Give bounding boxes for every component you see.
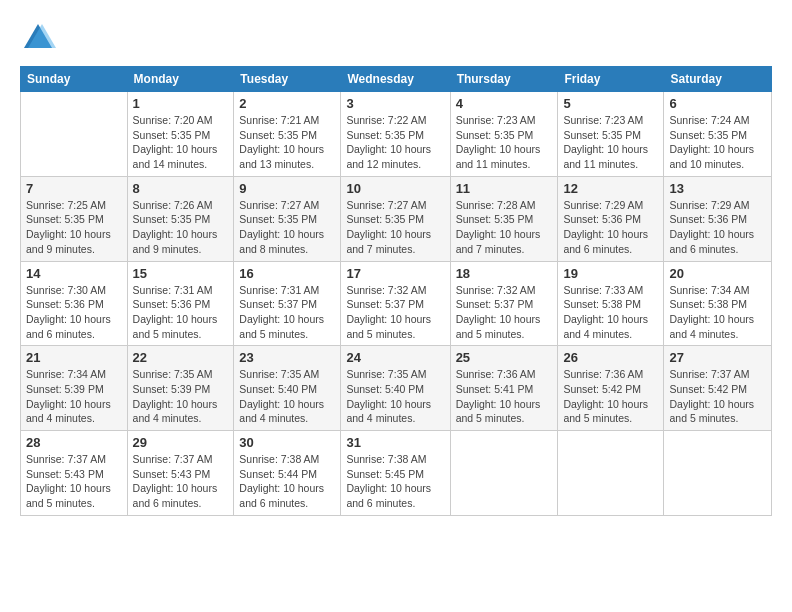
header-friday: Friday (558, 67, 664, 92)
day-info: Sunrise: 7:35 AMSunset: 5:39 PMDaylight:… (133, 367, 229, 426)
day-cell: 16Sunrise: 7:31 AMSunset: 5:37 PMDayligh… (234, 261, 341, 346)
day-info: Sunrise: 7:32 AMSunset: 5:37 PMDaylight:… (346, 283, 444, 342)
logo-icon (20, 20, 56, 56)
week-row-2: 7Sunrise: 7:25 AMSunset: 5:35 PMDaylight… (21, 176, 772, 261)
day-cell: 29Sunrise: 7:37 AMSunset: 5:43 PMDayligh… (127, 431, 234, 516)
day-number: 16 (239, 266, 335, 281)
day-cell: 31Sunrise: 7:38 AMSunset: 5:45 PMDayligh… (341, 431, 450, 516)
day-info: Sunrise: 7:27 AMSunset: 5:35 PMDaylight:… (239, 198, 335, 257)
day-info: Sunrise: 7:21 AMSunset: 5:35 PMDaylight:… (239, 113, 335, 172)
day-number: 11 (456, 181, 553, 196)
day-info: Sunrise: 7:29 AMSunset: 5:36 PMDaylight:… (563, 198, 658, 257)
day-info: Sunrise: 7:34 AMSunset: 5:38 PMDaylight:… (669, 283, 766, 342)
day-cell: 10Sunrise: 7:27 AMSunset: 5:35 PMDayligh… (341, 176, 450, 261)
day-info: Sunrise: 7:28 AMSunset: 5:35 PMDaylight:… (456, 198, 553, 257)
day-cell: 8Sunrise: 7:26 AMSunset: 5:35 PMDaylight… (127, 176, 234, 261)
day-cell: 24Sunrise: 7:35 AMSunset: 5:40 PMDayligh… (341, 346, 450, 431)
day-number: 3 (346, 96, 444, 111)
day-number: 14 (26, 266, 122, 281)
header-saturday: Saturday (664, 67, 772, 92)
page-header (20, 20, 772, 56)
day-cell: 14Sunrise: 7:30 AMSunset: 5:36 PMDayligh… (21, 261, 128, 346)
day-cell (664, 431, 772, 516)
day-cell: 5Sunrise: 7:23 AMSunset: 5:35 PMDaylight… (558, 92, 664, 177)
day-number: 15 (133, 266, 229, 281)
day-number: 29 (133, 435, 229, 450)
day-number: 28 (26, 435, 122, 450)
day-number: 25 (456, 350, 553, 365)
day-number: 12 (563, 181, 658, 196)
day-info: Sunrise: 7:29 AMSunset: 5:36 PMDaylight:… (669, 198, 766, 257)
calendar-table: SundayMondayTuesdayWednesdayThursdayFrid… (20, 66, 772, 516)
day-cell: 7Sunrise: 7:25 AMSunset: 5:35 PMDaylight… (21, 176, 128, 261)
day-info: Sunrise: 7:23 AMSunset: 5:35 PMDaylight:… (563, 113, 658, 172)
day-number: 5 (563, 96, 658, 111)
day-info: Sunrise: 7:30 AMSunset: 5:36 PMDaylight:… (26, 283, 122, 342)
day-cell (558, 431, 664, 516)
day-info: Sunrise: 7:31 AMSunset: 5:36 PMDaylight:… (133, 283, 229, 342)
day-info: Sunrise: 7:35 AMSunset: 5:40 PMDaylight:… (346, 367, 444, 426)
day-info: Sunrise: 7:24 AMSunset: 5:35 PMDaylight:… (669, 113, 766, 172)
day-cell: 15Sunrise: 7:31 AMSunset: 5:36 PMDayligh… (127, 261, 234, 346)
day-cell (21, 92, 128, 177)
day-cell: 20Sunrise: 7:34 AMSunset: 5:38 PMDayligh… (664, 261, 772, 346)
day-cell: 23Sunrise: 7:35 AMSunset: 5:40 PMDayligh… (234, 346, 341, 431)
day-info: Sunrise: 7:32 AMSunset: 5:37 PMDaylight:… (456, 283, 553, 342)
header-sunday: Sunday (21, 67, 128, 92)
header-monday: Monday (127, 67, 234, 92)
day-cell: 30Sunrise: 7:38 AMSunset: 5:44 PMDayligh… (234, 431, 341, 516)
day-info: Sunrise: 7:37 AMSunset: 5:43 PMDaylight:… (133, 452, 229, 511)
day-cell: 21Sunrise: 7:34 AMSunset: 5:39 PMDayligh… (21, 346, 128, 431)
logo (20, 20, 60, 56)
day-info: Sunrise: 7:25 AMSunset: 5:35 PMDaylight:… (26, 198, 122, 257)
day-number: 17 (346, 266, 444, 281)
day-number: 13 (669, 181, 766, 196)
day-number: 6 (669, 96, 766, 111)
day-number: 4 (456, 96, 553, 111)
day-info: Sunrise: 7:27 AMSunset: 5:35 PMDaylight:… (346, 198, 444, 257)
day-number: 23 (239, 350, 335, 365)
day-cell: 9Sunrise: 7:27 AMSunset: 5:35 PMDaylight… (234, 176, 341, 261)
day-cell: 19Sunrise: 7:33 AMSunset: 5:38 PMDayligh… (558, 261, 664, 346)
day-info: Sunrise: 7:20 AMSunset: 5:35 PMDaylight:… (133, 113, 229, 172)
day-info: Sunrise: 7:35 AMSunset: 5:40 PMDaylight:… (239, 367, 335, 426)
header-wednesday: Wednesday (341, 67, 450, 92)
day-number: 7 (26, 181, 122, 196)
day-number: 19 (563, 266, 658, 281)
day-cell: 2Sunrise: 7:21 AMSunset: 5:35 PMDaylight… (234, 92, 341, 177)
day-number: 18 (456, 266, 553, 281)
day-cell: 3Sunrise: 7:22 AMSunset: 5:35 PMDaylight… (341, 92, 450, 177)
day-number: 21 (26, 350, 122, 365)
day-cell: 1Sunrise: 7:20 AMSunset: 5:35 PMDaylight… (127, 92, 234, 177)
day-number: 1 (133, 96, 229, 111)
day-cell: 26Sunrise: 7:36 AMSunset: 5:42 PMDayligh… (558, 346, 664, 431)
day-info: Sunrise: 7:37 AMSunset: 5:43 PMDaylight:… (26, 452, 122, 511)
week-row-1: 1Sunrise: 7:20 AMSunset: 5:35 PMDaylight… (21, 92, 772, 177)
day-cell: 4Sunrise: 7:23 AMSunset: 5:35 PMDaylight… (450, 92, 558, 177)
day-info: Sunrise: 7:23 AMSunset: 5:35 PMDaylight:… (456, 113, 553, 172)
header-thursday: Thursday (450, 67, 558, 92)
day-info: Sunrise: 7:31 AMSunset: 5:37 PMDaylight:… (239, 283, 335, 342)
day-cell: 22Sunrise: 7:35 AMSunset: 5:39 PMDayligh… (127, 346, 234, 431)
day-number: 26 (563, 350, 658, 365)
day-number: 2 (239, 96, 335, 111)
day-info: Sunrise: 7:33 AMSunset: 5:38 PMDaylight:… (563, 283, 658, 342)
day-cell: 13Sunrise: 7:29 AMSunset: 5:36 PMDayligh… (664, 176, 772, 261)
day-info: Sunrise: 7:26 AMSunset: 5:35 PMDaylight:… (133, 198, 229, 257)
day-number: 30 (239, 435, 335, 450)
day-info: Sunrise: 7:36 AMSunset: 5:42 PMDaylight:… (563, 367, 658, 426)
week-row-5: 28Sunrise: 7:37 AMSunset: 5:43 PMDayligh… (21, 431, 772, 516)
day-number: 24 (346, 350, 444, 365)
day-cell: 17Sunrise: 7:32 AMSunset: 5:37 PMDayligh… (341, 261, 450, 346)
week-row-4: 21Sunrise: 7:34 AMSunset: 5:39 PMDayligh… (21, 346, 772, 431)
day-info: Sunrise: 7:34 AMSunset: 5:39 PMDaylight:… (26, 367, 122, 426)
week-row-3: 14Sunrise: 7:30 AMSunset: 5:36 PMDayligh… (21, 261, 772, 346)
day-number: 9 (239, 181, 335, 196)
calendar-header-row: SundayMondayTuesdayWednesdayThursdayFrid… (21, 67, 772, 92)
day-info: Sunrise: 7:38 AMSunset: 5:45 PMDaylight:… (346, 452, 444, 511)
day-info: Sunrise: 7:38 AMSunset: 5:44 PMDaylight:… (239, 452, 335, 511)
day-info: Sunrise: 7:36 AMSunset: 5:41 PMDaylight:… (456, 367, 553, 426)
day-number: 10 (346, 181, 444, 196)
day-cell: 6Sunrise: 7:24 AMSunset: 5:35 PMDaylight… (664, 92, 772, 177)
day-number: 22 (133, 350, 229, 365)
